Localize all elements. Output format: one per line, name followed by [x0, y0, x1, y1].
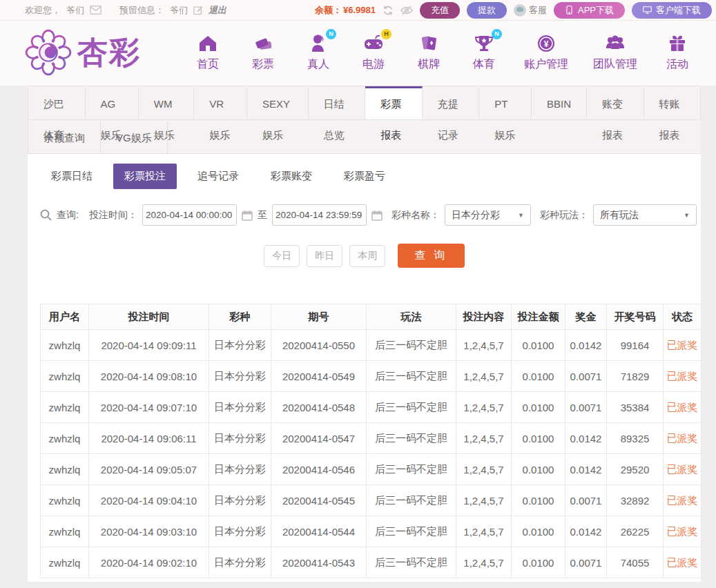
cell-draw-number: 99164	[607, 330, 664, 361]
subtab-彩票盈亏[interactable]: 彩票盈亏	[333, 164, 396, 189]
cell-username: zwhzlq	[41, 330, 89, 361]
flower-logo-icon	[25, 29, 72, 76]
nav-item-gift[interactable]: 活动	[662, 33, 693, 72]
nav-item-trophy[interactable]: N体育	[469, 33, 499, 72]
subtab-彩票日结[interactable]: 彩票日结	[40, 164, 104, 189]
cell-issue: 20200414-0544	[271, 516, 367, 547]
table-row: zwhzlq2020-04-14 09:05:07日本分分彩20200414-0…	[41, 454, 702, 485]
nav-item-label: 活动	[666, 57, 688, 72]
col-header-lottery: 彩种	[209, 304, 271, 330]
report-table-body: zwhzlq2020-04-14 09:09:11日本分分彩20200414-0…	[41, 330, 702, 578]
calendar-icon[interactable]	[242, 210, 253, 221]
cell-username: zwhzlq	[41, 516, 89, 547]
welcome-label: 欢迎您，	[25, 4, 61, 17]
bet-time-label: 投注时间：	[89, 209, 137, 222]
nav-item-gamepad[interactable]: H电游	[358, 33, 389, 72]
nav-item-cards[interactable]: 棋牌	[414, 33, 444, 72]
logout-link[interactable]: 退出	[209, 4, 226, 17]
app-download-button[interactable]: APP下载	[554, 2, 625, 19]
table-row: zwhzlq2020-04-14 09:04:10日本分分彩20200414-0…	[41, 485, 702, 516]
tab-沙巴体育[interactable]: 沙巴体育	[28, 86, 86, 119]
home-icon	[197, 33, 218, 54]
topbar: 欢迎您， 爷们 预留信息： 爷们 退出 余额： ¥6.9981 充值 提款	[0, 0, 716, 21]
nav-item-label: 首页	[197, 57, 219, 72]
cell-play: 后三一码不定胆	[367, 330, 456, 361]
play-type-select[interactable]: 所有玩法 ▼	[593, 204, 697, 226]
table-row: zwhzlq2020-04-14 09:06:11日本分分彩20200414-0…	[41, 423, 702, 454]
cell-bet-amount: 0.0100	[512, 485, 565, 516]
refresh-icon[interactable]	[383, 5, 394, 16]
tab-充提记录[interactable]: 充提记录	[423, 86, 480, 119]
table-header-row: 用户名投注时间彩种期号玩法投注内容投注金额奖金开奖号码状态	[41, 304, 702, 330]
time-to-input[interactable]	[272, 204, 367, 226]
tab-PT娱乐[interactable]: PT娱乐	[479, 86, 532, 119]
client-download-button[interactable]: 客户端下载	[632, 2, 712, 19]
cell-bet-amount: 0.0100	[512, 454, 565, 485]
tab-WM娱乐[interactable]: WM娱乐	[139, 86, 194, 119]
table-row: zwhzlq2020-04-14 09:03:10日本分分彩20200414-0…	[41, 516, 702, 547]
bet-report-table: 用户名投注时间彩种期号玩法投注内容投注金额奖金开奖号码状态 zwhzlq2020…	[40, 304, 702, 578]
quick-button-昨日[interactable]: 昨日	[307, 245, 342, 267]
brand-logo[interactable]: 杏彩	[25, 29, 173, 76]
cell-bet-content: 1,2,4,5,7	[456, 361, 512, 392]
header: 杏彩 首页彩票N真人H电游棋牌N体育¥账户管理团队管理活动	[0, 21, 716, 86]
reserved-value: 爷们	[170, 4, 188, 17]
tab-BBIN[interactable]: BBIN	[532, 86, 587, 119]
cell-issue: 20200414-0550	[271, 330, 367, 361]
cell-status: 已派奖	[664, 423, 702, 454]
time-from-input[interactable]	[142, 204, 237, 226]
tab-日结总览[interactable]: 日结总览	[309, 86, 366, 119]
cell-prize: 0.0142	[565, 423, 607, 454]
subtab-彩票账变[interactable]: 彩票账变	[260, 164, 323, 189]
cell-bet-time: 2020-04-14 09:08:10	[89, 361, 209, 392]
balance-label: 余额：	[315, 4, 342, 17]
quick-button-本周[interactable]: 本周	[349, 245, 385, 267]
table-row: zwhzlq2020-04-14 09:08:10日本分分彩20200414-0…	[41, 361, 702, 392]
tab-账变报表[interactable]: 账变报表	[587, 86, 644, 119]
nav-item-label: 彩票	[252, 57, 274, 72]
cell-draw-number: 74055	[607, 547, 664, 578]
lottery-name-select[interactable]: 日本分分彩 ▼	[445, 204, 531, 226]
edit-icon[interactable]	[193, 5, 203, 15]
cell-play: 后三一码不定胆	[367, 392, 456, 423]
mail-icon[interactable]	[90, 5, 101, 15]
cell-issue: 20200414-0548	[271, 392, 367, 423]
tab-VR娱乐[interactable]: VR娱乐	[194, 86, 247, 119]
query-label: 查询:	[57, 209, 79, 222]
cell-prize: 0.0071	[565, 485, 607, 516]
nav-item-live-person[interactable]: N真人	[303, 33, 333, 72]
nav-item-coin[interactable]: ¥账户管理	[524, 33, 568, 72]
nav-item-tickets[interactable]: 彩票	[248, 33, 278, 72]
gift-icon	[667, 33, 688, 54]
cell-play: 后三一码不定胆	[367, 516, 456, 547]
tab-余额查询[interactable]: 余额查询	[28, 120, 101, 153]
subtab-追号记录[interactable]: 追号记录	[186, 164, 250, 189]
tab-彩票报表[interactable]: 彩票报表	[365, 86, 423, 119]
quick-button-今日[interactable]: 今日	[264, 245, 300, 267]
cell-bet-content: 1,2,4,5,7	[456, 485, 512, 516]
query-form: 查询: 投注时间： 至 彩种名称： 日本分分彩 ▼ 彩种玩法： 所有玩法 ▼	[28, 189, 701, 226]
tab-AG娱乐[interactable]: AG娱乐	[86, 86, 139, 119]
calendar-icon[interactable]	[371, 210, 383, 221]
recharge-button[interactable]: 充值	[420, 2, 460, 19]
chevron-down-icon: ▼	[518, 212, 524, 219]
search-button[interactable]: 查 询	[398, 244, 464, 268]
nav-item-team[interactable]: 团队管理	[593, 33, 637, 72]
cell-draw-number: 35384	[607, 392, 664, 423]
col-header-draw-number: 开奖号码	[607, 304, 664, 330]
tab-转账报表[interactable]: 转账报表	[644, 86, 702, 119]
cell-draw-number: 32892	[607, 485, 664, 516]
lottery-name-value: 日本分分彩	[452, 209, 500, 222]
customer-service-label: 客服	[529, 4, 547, 17]
eye-off-icon[interactable]	[400, 6, 413, 15]
customer-service-link[interactable]: 客服	[514, 4, 547, 17]
nav-item-home[interactable]: 首页	[193, 33, 223, 72]
tab-SEXY娱乐[interactable]: SEXY娱乐	[247, 86, 309, 119]
cell-status: 已派奖	[664, 454, 702, 485]
cell-bet-time: 2020-04-14 09:02:10	[89, 547, 209, 578]
subtab-彩票投注[interactable]: 彩票投注	[113, 164, 177, 189]
cell-username: zwhzlq	[41, 454, 89, 485]
tab-VG娱乐[interactable]: VG娱乐	[101, 120, 168, 153]
cell-bet-amount: 0.0100	[512, 423, 565, 454]
withdraw-button[interactable]: 提款	[467, 2, 507, 19]
